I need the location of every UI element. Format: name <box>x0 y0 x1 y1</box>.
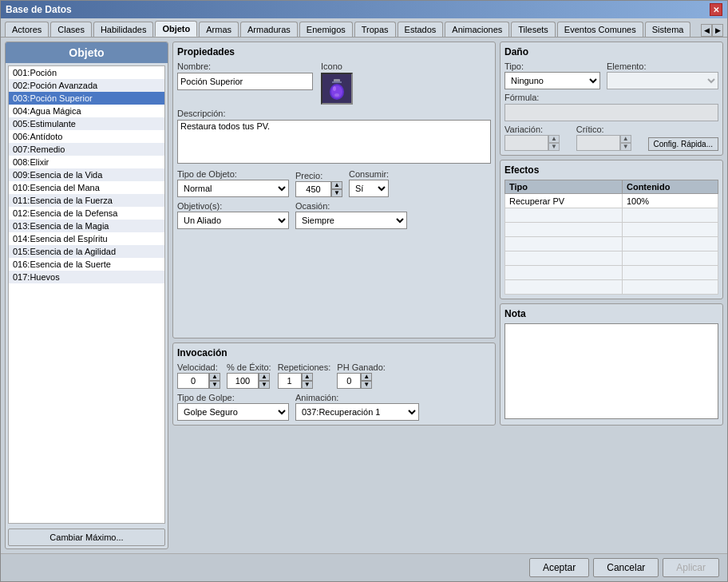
repeticiones-down[interactable]: ▼ <box>302 381 313 389</box>
nombre-input[interactable] <box>177 73 313 90</box>
list-item[interactable]: 002:Poción Avanzada <box>9 79 164 92</box>
tab-habilidades[interactable]: Habilidades <box>93 22 153 37</box>
tab-sistema[interactable]: Sistema <box>645 22 691 37</box>
ph-ganado-input[interactable] <box>337 373 361 389</box>
precio-up[interactable]: ▲ <box>331 181 342 189</box>
repeticiones-input[interactable] <box>278 373 302 389</box>
ph-ganado-down[interactable]: ▼ <box>361 381 372 389</box>
icono-label: Icono <box>321 61 353 71</box>
list-item[interactable]: 015:Esencia de la Agilidad <box>9 245 164 258</box>
list-item[interactable]: 012:Esencia de la Defensa <box>9 207 164 220</box>
objetivo-group: Objetivo(s): Un Aliado Todos los Aliados… <box>177 201 289 229</box>
list-item[interactable]: 004:Agua Mágica <box>9 105 164 117</box>
tab-scroll-left[interactable]: ◀ <box>701 24 712 37</box>
col-tipo: Tipo <box>505 180 623 194</box>
aplicar-button[interactable]: Aplicar <box>663 558 719 577</box>
tipo-objeto-label: Tipo de Objeto: <box>177 169 289 179</box>
list-item[interactable]: 010:Esencia del Mana <box>9 181 164 194</box>
list-item[interactable]: 013:Esencia de la Magia <box>9 220 164 232</box>
tipo-objeto-group: Tipo de Objeto: Normal Especial Clave <box>177 169 289 197</box>
exito-up[interactable]: ▲ <box>259 373 270 381</box>
right-sections: Daño Tipo: Ninguno PV Daño PM Daño PV Re… <box>500 42 723 426</box>
ocasion-select[interactable]: Siempre Solo en Batalla Solo en Menú Nun… <box>295 212 407 229</box>
tab-scroll-right[interactable]: ▶ <box>712 24 723 37</box>
variacion-input[interactable] <box>504 135 548 151</box>
tipo-objeto-select[interactable]: Normal Especial Clave <box>177 180 289 197</box>
tab-tilesets[interactable]: Tilesets <box>511 22 556 37</box>
tab-animaciones[interactable]: Animaciones <box>445 22 509 37</box>
tab-estados[interactable]: Estados <box>398 22 444 37</box>
tab-enemigos[interactable]: Enemigos <box>299 22 353 37</box>
objetivo-ocasion-row: Objetivo(s): Un Aliado Todos los Aliados… <box>177 201 491 229</box>
list-item[interactable]: 007:Remedio <box>9 143 164 156</box>
tab-eventos[interactable]: Eventos Comunes <box>557 22 643 37</box>
efecto-tipo <box>505 237 623 251</box>
list-item[interactable]: 008:Elixir <box>9 156 164 168</box>
col-contenido: Contenido <box>622 180 718 194</box>
list-item[interactable]: 011:Esencia de la Fuerza <box>9 194 164 207</box>
efecto-row[interactable] <box>505 280 718 295</box>
list-item[interactable]: 009:Esencia de la Vida <box>9 168 164 181</box>
tab-tropas[interactable]: Tropas <box>354 22 396 37</box>
efecto-row[interactable] <box>505 237 718 251</box>
animacion-select[interactable]: 037:Recuperación 1 <box>295 403 419 421</box>
nota-input[interactable] <box>504 323 718 419</box>
cancelar-button[interactable]: Cancelar <box>593 558 659 577</box>
efecto-row[interactable] <box>505 223 718 237</box>
consumir-select[interactable]: Sí No <box>349 180 389 197</box>
efecto-row[interactable] <box>505 251 718 266</box>
tab-actores[interactable]: Actores <box>5 22 49 37</box>
efecto-row[interactable]: Recuperar PV 100% <box>505 194 718 208</box>
precio-spinner: ▲ ▼ <box>295 181 342 197</box>
icono-selector[interactable] <box>321 73 353 105</box>
dano-tipo-select[interactable]: Ninguno PV Daño PM Daño PV Recuperación … <box>504 72 600 89</box>
precio-input[interactable] <box>295 181 331 197</box>
ocasion-group: Ocasión: Siempre Solo en Batalla Solo en… <box>295 201 407 229</box>
efecto-contenido: 100% <box>622 194 718 208</box>
repeticiones-up[interactable]: ▲ <box>302 373 313 381</box>
tab-armas[interactable]: Armas <box>199 22 239 37</box>
precio-down[interactable]: ▼ <box>331 189 342 197</box>
aceptar-button[interactable]: Aceptar <box>529 558 589 577</box>
velocidad-input[interactable] <box>177 373 209 389</box>
critico-group: Crítico: ▲ ▼ <box>576 125 644 151</box>
tab-clases[interactable]: Clases <box>50 22 92 37</box>
velocidad-down[interactable]: ▼ <box>209 381 220 389</box>
exito-down[interactable]: ▼ <box>259 381 270 389</box>
exito-input[interactable] <box>227 373 259 389</box>
objetivo-select[interactable]: Un Aliado Todos los Aliados Un Enemigo T… <box>177 212 289 229</box>
list-item[interactable]: 014:Esencia del Espíritu <box>9 232 164 245</box>
invocacion-row1: Velocidad: ▲ ▼ % de Éxi <box>177 362 491 389</box>
objetivos-label: Objetivo(s): <box>177 201 289 211</box>
exito-group: % de Éxito: ▲ ▼ <box>227 362 271 389</box>
tipo-precio-row: Tipo de Objeto: Normal Especial Clave Pr… <box>177 169 491 197</box>
ocasion-label: Ocasión: <box>295 201 407 211</box>
close-button[interactable]: ✕ <box>710 3 722 16</box>
invocacion-title: Invocación <box>177 347 491 358</box>
tipo-golpe-select[interactable]: Golpe Seguro Físico Mágico <box>177 403 289 421</box>
efecto-contenido <box>622 237 718 251</box>
efecto-row[interactable] <box>505 208 718 223</box>
list-item[interactable]: 005:Estimulante <box>9 117 164 130</box>
list-item-selected[interactable]: 003:Poción Superior <box>9 92 164 105</box>
dano-tipo-group: Tipo: Ninguno PV Daño PM Daño PV Recuper… <box>504 61 600 89</box>
animacion-group: Animación: 037:Recuperación 1 <box>295 393 419 421</box>
list-item[interactable]: 006:Antídoto <box>9 130 164 143</box>
tab-objeto[interactable]: Objeto <box>155 21 197 37</box>
config-rapida-button[interactable]: Config. Rápida... <box>648 137 719 151</box>
ph-ganado-up[interactable]: ▲ <box>361 373 372 381</box>
descripcion-group: Descripción: Restaura todos tus PV. <box>177 109 491 165</box>
critico-input[interactable] <box>576 135 620 151</box>
change-max-button[interactable]: Cambiar Máximo... <box>8 529 165 546</box>
list-item[interactable]: 001:Poción <box>9 66 164 79</box>
efecto-row[interactable] <box>505 266 718 280</box>
list-item[interactable]: 017:Huevos <box>9 271 164 283</box>
dano-elemento-select[interactable] <box>607 72 718 89</box>
formula-input[interactable] <box>504 104 718 121</box>
velocidad-spinner: ▲ ▼ <box>177 373 220 389</box>
items-list[interactable]: 001:Poción 002:Poción Avanzada 003:Poció… <box>8 65 165 524</box>
descripcion-input[interactable]: Restaura todos tus PV. <box>177 120 491 164</box>
list-item[interactable]: 016:Esencia de la Suerte <box>9 258 164 271</box>
velocidad-up[interactable]: ▲ <box>209 373 220 381</box>
tab-armaduras[interactable]: Armaduras <box>240 22 298 37</box>
